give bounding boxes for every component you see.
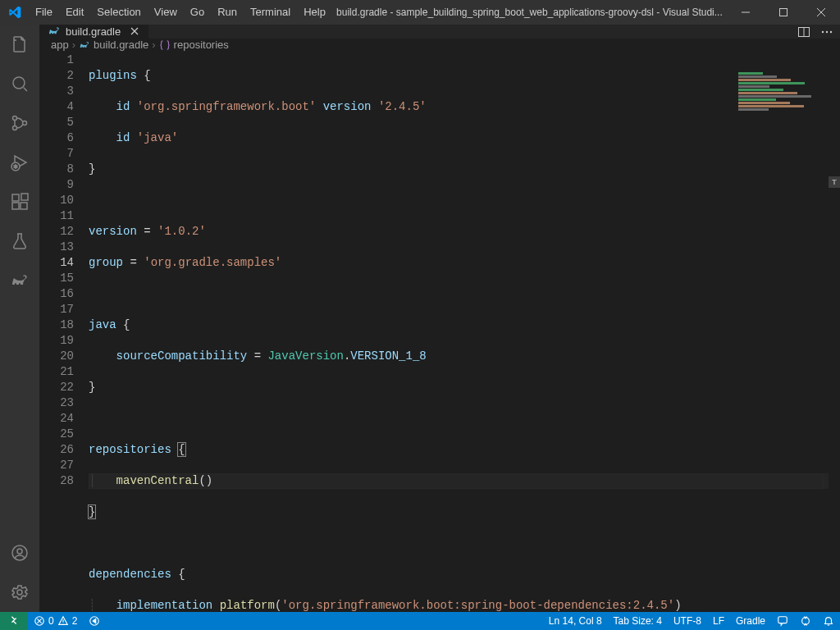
activity-accounts-icon[interactable]	[0, 533, 39, 573]
main-area: build.gradle app › build.gradle	[0, 25, 840, 612]
chevron-right-icon: ›	[72, 39, 75, 51]
vscode-logo-icon	[0, 6, 29, 19]
line-number[interactable]: 18	[39, 317, 74, 333]
activity-settings-icon[interactable]	[0, 573, 39, 612]
status-indentation[interactable]: Tab Size: 4	[608, 612, 668, 630]
status-problems[interactable]: 0 2	[28, 612, 83, 630]
line-number[interactable]: 20	[39, 349, 74, 364]
breadcrumb-segment[interactable]: repositories	[174, 39, 229, 51]
window-maximize-button[interactable]	[765, 0, 802, 25]
menu-view[interactable]: View	[148, 0, 184, 25]
line-number[interactable]: 25	[39, 427, 74, 442]
line-number[interactable]: 15	[39, 271, 74, 286]
line-number[interactable]: 21	[39, 364, 74, 380]
svg-point-16	[830, 30, 832, 32]
line-number[interactable]: 1	[39, 52, 74, 68]
svg-point-12	[17, 590, 22, 595]
status-ports[interactable]	[83, 612, 106, 630]
status-encoding[interactable]: UTF-8	[668, 612, 707, 630]
tab-build-gradle[interactable]: build.gradle	[39, 25, 149, 39]
status-sync-icon[interactable]	[794, 612, 817, 630]
line-number[interactable]: 23	[39, 395, 74, 411]
line-number[interactable]: 12	[39, 224, 74, 240]
titlebar: File Edit Selection View Go Run Terminal…	[0, 0, 840, 25]
activity-gradle-icon[interactable]	[0, 261, 39, 300]
svg-rect-8	[21, 203, 27, 209]
line-number[interactable]: 9	[39, 177, 74, 193]
line-number[interactable]: 13	[39, 240, 74, 255]
svg-rect-7	[12, 203, 19, 209]
window-controls	[727, 0, 840, 25]
svg-point-1	[13, 77, 25, 89]
error-count: 0	[48, 615, 54, 627]
breadcrumb[interactable]: app › build.gradle › repositories	[39, 39, 840, 51]
activity-extensions-icon[interactable]	[0, 182, 39, 221]
activity-run-debug-icon[interactable]	[0, 143, 39, 182]
line-number[interactable]: 11	[39, 208, 74, 224]
line-number[interactable]: 17	[39, 302, 74, 317]
activity-search-icon[interactable]	[0, 64, 39, 103]
line-number[interactable]: 26	[39, 442, 74, 458]
status-eol[interactable]: LF	[707, 612, 730, 630]
line-number[interactable]: 7	[39, 146, 74, 162]
line-number[interactable]: 10	[39, 193, 74, 208]
breadcrumb-segment[interactable]: build.gradle	[94, 39, 148, 51]
line-number[interactable]: 27	[39, 458, 74, 473]
line-number[interactable]: 22	[39, 380, 74, 395]
line-number[interactable]: 5	[39, 115, 74, 130]
svg-point-11	[17, 549, 22, 554]
line-number-gutter[interactable]: 1234567891011121314151617181920212223242…	[39, 51, 89, 612]
svg-point-3	[13, 126, 17, 130]
activity-explorer-icon[interactable]	[0, 25, 39, 64]
line-number[interactable]: 14	[39, 255, 74, 271]
split-editor-icon[interactable]	[797, 25, 810, 39]
line-number[interactable]: 4	[39, 99, 74, 115]
menu-selection[interactable]: Selection	[90, 0, 147, 25]
statusbar: 0 2 Ln 14, Col 8 Tab Size: 4 UTF-8 LF Gr…	[0, 612, 840, 630]
menu-terminal[interactable]: Terminal	[244, 0, 297, 25]
more-actions-icon[interactable]	[820, 25, 833, 39]
menu-edit[interactable]: Edit	[59, 0, 90, 25]
minimap[interactable]	[738, 71, 829, 137]
line-number[interactable]: 16	[39, 286, 74, 302]
status-language-mode[interactable]: Gradle	[730, 612, 771, 630]
menu-file[interactable]: File	[29, 0, 59, 25]
editor-scrollbar[interactable]: T	[829, 53, 840, 612]
status-cursor-position[interactable]: Ln 14, Col 8	[543, 612, 608, 630]
line-number[interactable]: 8	[39, 162, 74, 177]
svg-point-14	[822, 30, 824, 32]
line-number[interactable]: 19	[39, 333, 74, 349]
menu-go[interactable]: Go	[184, 0, 211, 25]
code-editor[interactable]: 1234567891011121314151617181920212223242…	[39, 51, 840, 612]
svg-point-15	[826, 30, 828, 32]
svg-point-2	[13, 116, 17, 121]
svg-rect-0	[780, 9, 788, 16]
overview-ruler-marker: T	[829, 176, 840, 188]
svg-point-4	[23, 121, 27, 126]
activity-source-control-icon[interactable]	[0, 103, 39, 143]
activity-testing-icon[interactable]	[0, 221, 39, 261]
gradle-file-icon	[48, 25, 61, 38]
line-number[interactable]: 24	[39, 411, 74, 427]
line-number[interactable]: 2	[39, 68, 74, 84]
svg-rect-9	[21, 194, 28, 200]
tab-close-icon[interactable]	[129, 25, 140, 37]
line-number[interactable]: 6	[39, 130, 74, 146]
line-number[interactable]: 3	[39, 84, 74, 99]
menu-run[interactable]: Run	[211, 0, 244, 25]
status-notifications-icon[interactable]	[817, 612, 840, 630]
status-feedback-icon[interactable]	[771, 612, 794, 630]
editor-tabs: build.gradle	[39, 25, 840, 39]
breadcrumb-segment[interactable]: app	[51, 39, 69, 51]
code-content[interactable]: plugins { id 'org.springframework.boot' …	[89, 51, 840, 612]
editor-area: build.gradle app › build.gradle	[39, 25, 840, 612]
svg-rect-6	[12, 194, 19, 201]
remote-indicator[interactable]	[0, 612, 28, 630]
activity-bar	[0, 25, 39, 612]
gradle-file-icon	[79, 39, 90, 51]
warning-count: 2	[72, 615, 78, 627]
line-number[interactable]: 28	[39, 473, 74, 489]
window-minimize-button[interactable]	[727, 0, 765, 25]
menu-help[interactable]: Help	[297, 0, 332, 25]
window-close-button[interactable]	[802, 0, 840, 25]
